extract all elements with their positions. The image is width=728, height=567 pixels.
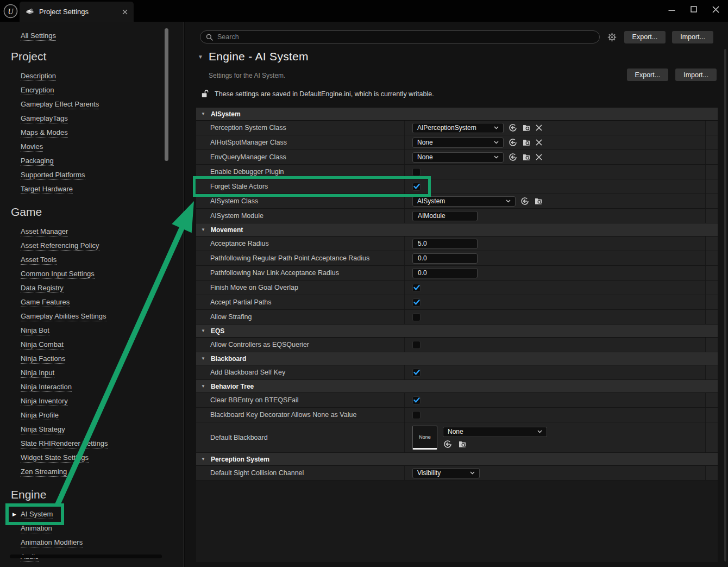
browse-icon[interactable] <box>534 197 543 205</box>
setting-row-default-blackboard: Default BlackboardNoneNone <box>196 422 718 453</box>
checkbox[interactable] <box>412 168 421 176</box>
clear-icon[interactable] <box>536 154 542 160</box>
checkbox[interactable] <box>412 369 421 377</box>
sidebar-item-ninja-interaction[interactable]: Ninja Interaction <box>0 380 183 394</box>
tab-project-settings[interactable]: Project Settings <box>20 2 134 22</box>
text-input[interactable]: 0.0 <box>412 253 478 264</box>
checkbox[interactable] <box>412 284 421 292</box>
dropdown[interactable]: Visibility <box>412 468 480 478</box>
collapse-triangle-icon[interactable]: ▼ <box>201 356 205 361</box>
sidebar-item-gameplay-abilities-settings[interactable]: Gameplay Abilities Settings <box>0 309 183 323</box>
asset-thumbnail[interactable]: None <box>412 426 437 450</box>
sidebar-section-title-engine: Engine <box>11 488 183 502</box>
checkbox[interactable] <box>412 313 421 321</box>
sidebar-item-target-hardware[interactable]: Target Hardware <box>0 182 183 196</box>
sidebar-item-slate-rhirenderer-settings[interactable]: Slate RHIRenderer Settings <box>0 437 183 451</box>
browse-icon[interactable] <box>522 123 531 132</box>
export-button[interactable]: Export... <box>624 31 666 43</box>
close-button[interactable] <box>712 6 719 13</box>
browse-icon[interactable] <box>522 153 531 161</box>
collapse-triangle-icon[interactable]: ▼ <box>201 227 205 232</box>
collapse-triangle-icon[interactable]: ▼ <box>198 54 203 60</box>
expand-arrow-icon[interactable]: ▶ <box>12 507 16 521</box>
use-selected-icon[interactable] <box>509 138 517 147</box>
sidebar-item-description[interactable]: Description <box>0 69 183 83</box>
clear-icon[interactable] <box>536 139 542 146</box>
browse-icon[interactable] <box>522 138 531 147</box>
sidebar-item-all-settings[interactable]: All Settings <box>21 32 56 41</box>
sidebar-item-label: Asset Referencing Policy <box>21 241 99 251</box>
checkbox[interactable] <box>412 298 421 307</box>
tab-close-icon[interactable] <box>122 9 128 15</box>
use-selected-icon[interactable] <box>520 197 529 205</box>
dropdown[interactable]: AIPerceptionSystem <box>412 123 504 133</box>
checkbox[interactable] <box>412 411 421 419</box>
use-selected-icon[interactable] <box>509 123 517 132</box>
sidebar-item-ninja-profile[interactable]: Ninja Profile <box>0 408 183 422</box>
sidebar-item-maps-modes[interactable]: Maps & Modes <box>0 126 183 140</box>
dropdown[interactable]: None <box>412 152 504 163</box>
text-input[interactable]: AIModule <box>412 211 478 221</box>
settings-gear-icon[interactable] <box>607 33 617 42</box>
setting-value-cell <box>405 295 706 309</box>
text-input[interactable]: 5.0 <box>412 239 478 249</box>
sidebar-item-ninja-inventory[interactable]: Ninja Inventory <box>0 394 183 408</box>
section-header-perception-system[interactable]: ▼Perception System <box>196 453 718 466</box>
sidebar-item-widget-state-settings[interactable]: Widget State Settings <box>0 451 183 465</box>
setting-value-cell: AIModule <box>405 209 706 223</box>
sidebar-item-ninja-strategy[interactable]: Ninja Strategy <box>0 422 183 437</box>
section-header-aisystem[interactable]: ▼AISystem <box>196 108 718 121</box>
sidebar-item-gameplay-effect-parents[interactable]: Gameplay Effect Parents <box>0 97 183 111</box>
section-import-button[interactable]: Import... <box>675 68 717 81</box>
sidebar-item-ninja-factions[interactable]: Ninja Factions <box>0 352 183 366</box>
checkbox[interactable] <box>412 396 421 404</box>
section-header-blackboard[interactable]: ▼Blackboard <box>196 352 718 365</box>
sidebar-item-asset-manager[interactable]: Asset Manager <box>0 225 183 239</box>
checkbox[interactable] <box>412 341 421 349</box>
section-export-button[interactable]: Export... <box>627 68 669 81</box>
sidebar-item-game-features[interactable]: Game Features <box>0 295 183 309</box>
collapse-triangle-icon[interactable]: ▼ <box>201 111 205 116</box>
search-input[interactable]: Search <box>200 30 600 43</box>
sidebar-section-title-project: Project <box>11 49 183 64</box>
collapse-triangle-icon[interactable]: ▼ <box>201 457 205 462</box>
sidebar-item-animation-modifiers[interactable]: Animation Modifiers <box>0 535 183 550</box>
sidebar-item-zen-streaming[interactable]: Zen Streaming <box>0 465 183 479</box>
sidebar-item-ninja-input[interactable]: Ninja Input <box>0 366 183 380</box>
dropdown[interactable]: None <box>443 427 547 437</box>
setting-row-pathfollowing-regular-path-point-acceptance-radius: Pathfollowing Regular Path Point Accepta… <box>196 251 718 266</box>
sidebar-item-gameplaytags[interactable]: GameplayTags <box>0 111 183 126</box>
sidebar-item-encryption[interactable]: Encryption <box>0 83 183 97</box>
sidebar-item-ninja-bot[interactable]: Ninja Bot <box>0 323 183 338</box>
dropdown[interactable]: None <box>412 138 504 148</box>
browse-icon[interactable] <box>458 440 467 448</box>
dropdown[interactable]: AISystem <box>412 196 516 207</box>
sidebar-item-movies[interactable]: Movies <box>0 140 183 154</box>
use-selected-icon[interactable] <box>443 440 452 448</box>
checkbox[interactable] <box>412 183 421 191</box>
collapse-triangle-icon[interactable]: ▼ <box>201 328 205 333</box>
section-header-eqs[interactable]: ▼EQS <box>196 325 718 338</box>
sidebar-horizontal-scrollbar[interactable] <box>10 554 162 558</box>
collapse-triangle-icon[interactable]: ▼ <box>201 384 205 389</box>
sidebar-item-ninja-combat[interactable]: Ninja Combat <box>0 338 183 352</box>
sidebar-item-ai-system[interactable]: ▶AI System <box>0 507 183 521</box>
import-button[interactable]: Import... <box>672 31 713 43</box>
clear-icon[interactable] <box>536 124 542 131</box>
use-selected-icon[interactable] <box>509 153 517 161</box>
section-header-behavior-tree[interactable]: ▼Behavior Tree <box>196 380 718 393</box>
sidebar-item-common-input-settings[interactable]: Common Input Settings <box>0 267 183 281</box>
sidebar-item-asset-tools[interactable]: Asset Tools <box>0 253 183 267</box>
section-header-movement[interactable]: ▼Movement <box>196 223 718 236</box>
minimize-button[interactable] <box>668 6 675 13</box>
main-scrollbar[interactable] <box>724 49 726 562</box>
sidebar-item-animation[interactable]: Animation <box>0 521 183 535</box>
text-input[interactable]: 0.0 <box>412 268 478 278</box>
sidebar-item-packaging[interactable]: Packaging <box>0 154 183 168</box>
maximize-button[interactable] <box>691 6 697 13</box>
sidebar-item-asset-referencing-policy[interactable]: Asset Referencing Policy <box>0 239 183 253</box>
sidebar-item-supported-platforms[interactable]: Supported Platforms <box>0 168 183 182</box>
sidebar-scrollbar[interactable] <box>165 28 168 161</box>
sidebar-item-data-registry[interactable]: Data Registry <box>0 281 183 295</box>
setting-value-cell: None <box>405 135 706 149</box>
